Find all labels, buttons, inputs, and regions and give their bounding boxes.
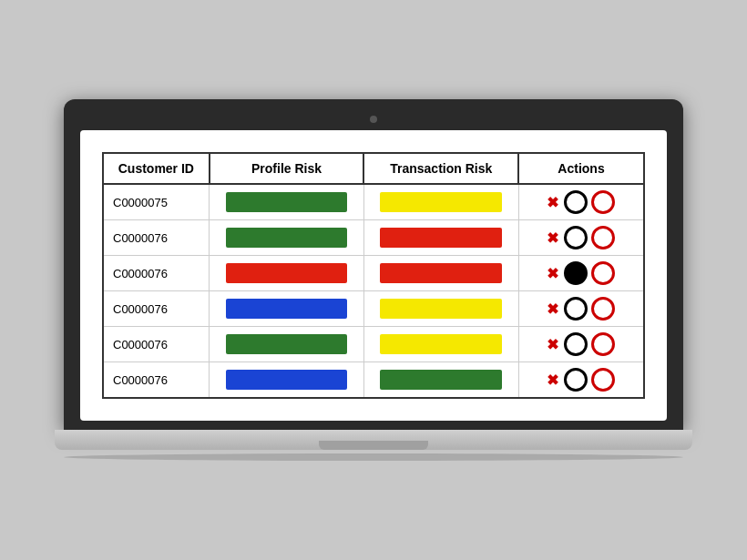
profile-risk-bar bbox=[226, 228, 348, 248]
transaction-risk-cell bbox=[363, 220, 518, 256]
delete-icon[interactable]: ✖ bbox=[547, 336, 558, 353]
transaction-risk-bar bbox=[380, 334, 502, 354]
actions-cell: ✖ bbox=[518, 362, 644, 399]
transaction-risk-bar bbox=[380, 263, 502, 283]
profile-risk-cell bbox=[210, 327, 364, 362]
table-row: C0000076✖ bbox=[103, 220, 644, 256]
transaction-risk-cell bbox=[363, 256, 518, 291]
header-actions: Actions bbox=[518, 153, 644, 184]
action-circle-one[interactable] bbox=[564, 226, 588, 249]
action-circle-two[interactable] bbox=[591, 368, 615, 392]
table-row: C0000076✖ bbox=[103, 327, 644, 362]
header-customer-id: Customer ID bbox=[103, 153, 210, 184]
transaction-risk-bar bbox=[380, 228, 502, 248]
delete-icon[interactable]: ✖ bbox=[547, 194, 558, 211]
customer-id-cell: C0000076 bbox=[103, 256, 210, 291]
profile-risk-bar bbox=[226, 370, 348, 390]
laptop-base bbox=[55, 430, 692, 450]
transaction-risk-bar bbox=[380, 370, 502, 390]
delete-icon[interactable]: ✖ bbox=[547, 265, 558, 282]
actions-cell: ✖ bbox=[518, 291, 644, 327]
profile-risk-bar bbox=[226, 334, 348, 354]
transaction-risk-bar bbox=[380, 299, 502, 319]
header-profile-risk: Profile Risk bbox=[210, 153, 364, 184]
laptop-container: Customer ID Profile Risk Transaction Ris… bbox=[55, 99, 692, 461]
table-row: C0000075✖ bbox=[103, 184, 644, 220]
profile-risk-cell bbox=[210, 220, 364, 256]
customer-id-cell: C0000076 bbox=[103, 291, 210, 327]
laptop-screen-border: Customer ID Profile Risk Transaction Ris… bbox=[64, 99, 683, 430]
profile-risk-bar bbox=[226, 299, 348, 319]
delete-icon[interactable]: ✖ bbox=[547, 300, 558, 318]
action-circle-two[interactable] bbox=[591, 297, 615, 321]
transaction-risk-cell bbox=[363, 362, 518, 399]
action-circle-one[interactable] bbox=[564, 190, 588, 214]
profile-risk-cell bbox=[210, 291, 364, 327]
transaction-risk-cell bbox=[363, 291, 518, 327]
action-circle-one[interactable] bbox=[564, 368, 588, 392]
laptop-shadow bbox=[64, 453, 683, 461]
delete-icon[interactable]: ✖ bbox=[547, 372, 558, 389]
transaction-risk-bar bbox=[380, 192, 502, 212]
action-circle-one[interactable] bbox=[564, 297, 588, 321]
customer-id-cell: C0000075 bbox=[103, 184, 210, 220]
table-row: C0000076✖ bbox=[103, 291, 644, 327]
table-container: Customer ID Profile Risk Transaction Ris… bbox=[80, 130, 667, 421]
action-circle-two[interactable] bbox=[591, 226, 615, 249]
profile-risk-cell bbox=[210, 362, 364, 399]
transaction-risk-cell bbox=[363, 327, 518, 362]
transaction-risk-cell bbox=[363, 184, 518, 220]
actions-cell: ✖ bbox=[518, 220, 644, 256]
table-row: C0000076✖ bbox=[103, 362, 644, 399]
screen-content: Customer ID Profile Risk Transaction Ris… bbox=[80, 130, 667, 421]
actions-cell: ✖ bbox=[518, 184, 644, 220]
profile-risk-bar bbox=[226, 263, 348, 283]
profile-risk-bar bbox=[226, 192, 348, 212]
action-circle-two[interactable] bbox=[591, 332, 615, 356]
actions-cell: ✖ bbox=[518, 327, 644, 362]
actions-cell: ✖ bbox=[518, 256, 644, 291]
customer-id-cell: C0000076 bbox=[103, 327, 210, 362]
delete-icon[interactable]: ✖ bbox=[547, 229, 558, 247]
action-circle-two[interactable] bbox=[591, 190, 615, 214]
customer-id-cell: C0000076 bbox=[103, 220, 210, 256]
table-row: C0000076✖ bbox=[103, 256, 644, 291]
profile-risk-cell bbox=[210, 184, 364, 220]
action-circle-one[interactable] bbox=[564, 261, 588, 285]
action-circle-two[interactable] bbox=[591, 261, 615, 285]
profile-risk-cell bbox=[210, 256, 364, 291]
customer-id-cell: C0000076 bbox=[103, 362, 210, 399]
action-circle-one[interactable] bbox=[564, 332, 588, 356]
header-transaction-risk: Transaction Risk bbox=[363, 153, 518, 184]
camera-dot bbox=[370, 116, 377, 123]
risk-table: Customer ID Profile Risk Transaction Ris… bbox=[102, 152, 645, 399]
